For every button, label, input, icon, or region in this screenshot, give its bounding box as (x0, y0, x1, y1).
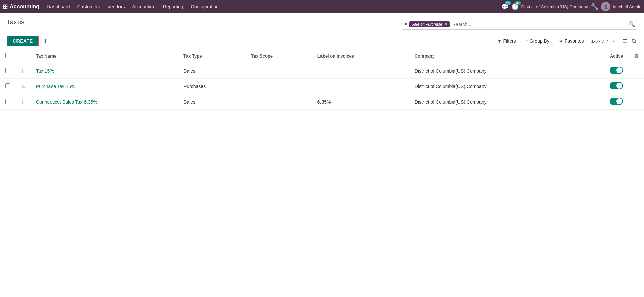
toggle-knob (616, 98, 622, 104)
view-toggle: ☰ ⧉ (621, 37, 637, 45)
filters-btn[interactable]: ▼ Filters (495, 37, 518, 45)
col-header-check (0, 49, 16, 63)
drag-handle-cell: ⇅ (16, 94, 31, 110)
drag-handle-cell: ⇅ (16, 79, 31, 94)
cell-active (579, 79, 629, 94)
activity-badge: 43 (515, 1, 521, 5)
cell-tax-type: Purchases (178, 79, 246, 94)
filter-icon: ▼ (497, 38, 502, 44)
list-view-btn[interactable]: ☰ (621, 37, 629, 45)
col-header-config: ⚙ (629, 49, 644, 63)
app-name: Accounting (10, 4, 39, 10)
cell-label: 6.35% (312, 94, 409, 110)
active-filter-tag: Sale or Purchase ✕ (409, 21, 450, 27)
topnav-right: 💬 10 🕐 43 District of Columbia(US) Compa… (501, 2, 641, 11)
col-header-company[interactable]: Company (409, 49, 579, 63)
table-row: ⇅ Purchase Tax 15% Purchases District of… (0, 79, 644, 94)
activity-icon-btn[interactable]: 🕐 43 (511, 3, 519, 10)
pagination-text: 1-3 / 3 (591, 39, 604, 44)
active-toggle[interactable] (610, 67, 623, 74)
col-header-tax-type[interactable]: Tax Type (178, 49, 246, 63)
cell-config (629, 63, 644, 79)
row-checkbox-cell (0, 79, 16, 94)
app-brand[interactable]: ⊞ Accounting (3, 3, 39, 10)
action-toolbar: CREATE ⬇ ▼ Filters ≡ Group By ★ Favorite… (0, 33, 644, 49)
table-row: ⇅ Tax 15% Sales District of Columbia(US)… (0, 63, 644, 79)
cell-tax-name[interactable]: Connecticut Sales Tax 6.35% (31, 94, 178, 110)
nav-menu: Dashboard Customers Vendors Accounting R… (43, 2, 500, 11)
cell-tax-scope (246, 94, 312, 110)
groupby-btn[interactable]: ≡ Group By (523, 37, 551, 45)
nav-item-reporting[interactable]: Reporting (160, 2, 187, 11)
search-icon[interactable]: 🔍 (628, 21, 635, 27)
col-header-label[interactable]: Label on Invoices (312, 49, 409, 63)
grid-icon: ⊞ (3, 3, 8, 10)
filters-label: Filters (503, 38, 516, 44)
filter-tag-text: Sale or Purchase (411, 22, 442, 27)
chat-badge: 10 (505, 1, 511, 5)
top-navigation: ⊞ Accounting Dashboard Customers Vendors… (0, 0, 644, 13)
table-header-row: Tax Name Tax Type Tax Scope Label on Inv… (0, 49, 644, 63)
filter-funnel-icon: ▼ (404, 22, 408, 27)
next-page-btn[interactable]: › (611, 37, 615, 45)
filter-close-btn[interactable]: ✕ (444, 22, 448, 27)
col-header-tax-scope[interactable]: Tax Scope (246, 49, 312, 63)
cell-config (629, 94, 644, 110)
cell-company: District of Columbia(US) Company (409, 79, 579, 94)
favorites-btn[interactable]: ★ Favorites (557, 37, 586, 45)
cell-tax-name[interactable]: Tax 15% (31, 63, 178, 79)
cell-active (579, 94, 629, 110)
cell-tax-scope (246, 79, 312, 94)
nav-item-customers[interactable]: Customers (74, 2, 104, 11)
page-title: Taxes (7, 18, 24, 26)
user-name: Mitchell Admin (613, 4, 641, 9)
taxes-table: Tax Name Tax Type Tax Scope Label on Inv… (0, 49, 644, 110)
row-checkbox[interactable] (5, 68, 10, 73)
search-bar: ▼ Sale or Purchase ✕ 🔍 (402, 19, 637, 30)
taxes-table-wrapper: Tax Name Tax Type Tax Scope Label on Inv… (0, 49, 644, 110)
create-button[interactable]: CREATE (7, 36, 39, 46)
nav-item-dashboard[interactable]: Dashboard (43, 2, 73, 11)
config-columns-icon[interactable]: ⚙ (634, 53, 639, 59)
download-icon-btn[interactable]: ⬇ (42, 37, 49, 46)
cell-tax-type: Sales (178, 94, 246, 110)
nav-item-vendors[interactable]: Vendors (104, 2, 128, 11)
groupby-icon: ≡ (526, 38, 528, 44)
row-checkbox[interactable] (5, 83, 10, 88)
drag-handle-icon[interactable]: ⇅ (21, 68, 25, 74)
settings-icon-btn[interactable]: 🔧 (591, 3, 598, 10)
cell-label (312, 63, 409, 79)
row-checkbox-cell (0, 63, 16, 79)
chat-icon-btn[interactable]: 💬 10 (501, 3, 509, 10)
search-input[interactable] (451, 22, 628, 27)
cell-label (312, 79, 409, 94)
drag-handle-cell: ⇅ (16, 63, 31, 79)
active-toggle[interactable] (610, 82, 623, 89)
col-header-tax-name[interactable]: Tax Name (31, 49, 178, 63)
prev-page-btn[interactable]: ‹ (605, 37, 609, 45)
cell-tax-name[interactable]: Purchase Tax 15% (31, 79, 178, 94)
select-all-checkbox[interactable] (5, 53, 10, 58)
cell-active (579, 63, 629, 79)
user-avatar[interactable]: 👤 (601, 2, 610, 11)
star-icon: ★ (559, 38, 563, 44)
groupby-label: Group By (530, 38, 549, 44)
cell-company: District of Columbia(US) Company (409, 63, 579, 79)
toggle-knob (616, 67, 622, 73)
pagination-info: 1-3 / 3 ‹ › (591, 37, 615, 45)
nav-item-accounting[interactable]: Accounting (129, 2, 159, 11)
columns-view-btn[interactable]: ⧉ (630, 37, 637, 45)
row-checkbox[interactable] (5, 99, 10, 104)
nav-item-configuration[interactable]: Configuration (188, 2, 222, 11)
cell-config (629, 79, 644, 94)
col-header-drag (16, 49, 31, 63)
drag-handle-icon[interactable]: ⇅ (21, 99, 25, 105)
cell-tax-type: Sales (178, 63, 246, 79)
active-toggle[interactable] (610, 98, 623, 105)
favorites-label: Favorites (565, 38, 584, 44)
drag-handle-icon[interactable]: ⇅ (21, 84, 25, 89)
cell-company: District of Columbia(US) Company (409, 94, 579, 110)
col-header-active[interactable]: Active (579, 49, 629, 63)
table-row: ⇅ Connecticut Sales Tax 6.35% Sales 6.35… (0, 94, 644, 110)
cell-tax-scope (246, 63, 312, 79)
